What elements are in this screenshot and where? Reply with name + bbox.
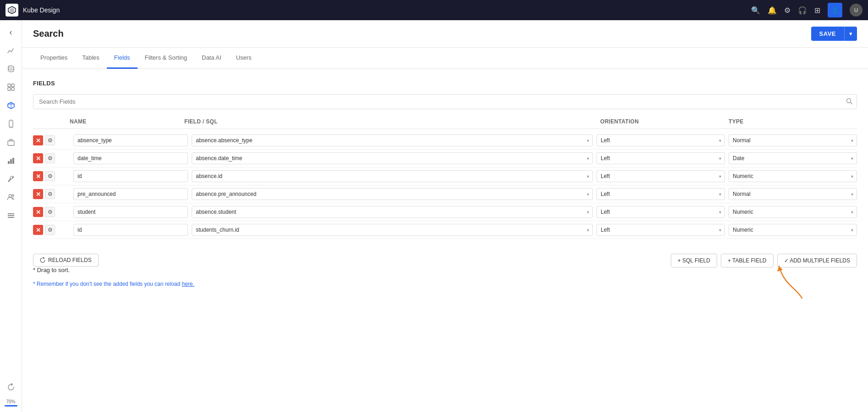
table-field-button[interactable]: + TABLE FIELD [721, 254, 774, 267]
sidebar-collapse[interactable]: ‹ [3, 24, 19, 40]
save-dropdown-button[interactable]: ▾ [844, 27, 857, 41]
orientation-cell-4: LeftCenterRight ▾ [597, 206, 725, 218]
field-sql-select-0[interactable]: absence.absence_type [192, 134, 593, 146]
sidebar-item-tools[interactable] [3, 171, 19, 187]
sidebar-item-chart2[interactable] [3, 152, 19, 169]
orientation-select-2[interactable]: LeftCenterRight [597, 170, 725, 182]
tab-data-ai[interactable]: Data AI [194, 48, 229, 69]
delete-field-button-5[interactable]: ✕ [33, 225, 43, 235]
fields-section-title: Fields [33, 80, 857, 87]
remember-text: * Remember if you don't see the added fi… [33, 281, 194, 287]
type-select-0[interactable]: NormalDateNumericBooleanText [729, 134, 857, 146]
reload-fields-button[interactable]: RELOAD FIELDS [33, 254, 99, 267]
bell-icon[interactable]: 🔔 [768, 6, 777, 15]
type-select-2[interactable]: NormalDateNumericBooleanText [729, 170, 857, 182]
sidebar-item-list[interactable] [3, 207, 19, 224]
type-select-5[interactable]: NormalDateNumericBooleanText [729, 224, 857, 236]
settings-field-button-1[interactable]: ⚙ [45, 153, 55, 163]
settings-icon[interactable]: ⚙ [784, 6, 791, 15]
fields-rows: ✕ ⚙ absence.absence_type ▾ LeftCenterRig… [33, 132, 857, 239]
app-logo[interactable] [6, 4, 18, 17]
svg-rect-14 [10, 159, 12, 164]
tab-tables[interactable]: Tables [75, 48, 107, 69]
delete-field-button-2[interactable]: ✕ [33, 171, 43, 181]
delete-field-button-0[interactable]: ✕ [33, 135, 43, 145]
sidebar-item-grid[interactable] [3, 79, 19, 95]
save-button[interactable]: SAVE [811, 27, 844, 41]
name-input-3[interactable] [73, 188, 188, 200]
name-input-1[interactable] [73, 152, 188, 164]
sql-field-button[interactable]: + SQL FIELD [671, 254, 717, 267]
svg-point-2 [8, 66, 14, 68]
grid-icon[interactable]: ⊞ [814, 6, 820, 15]
name-input-4[interactable] [73, 206, 188, 218]
settings-field-button-2[interactable]: ⚙ [45, 171, 55, 181]
name-cell-0 [73, 134, 188, 146]
headset-icon[interactable]: 🎧 [798, 6, 807, 15]
table-row: ✕ ⚙ students_churn.id ▾ LeftCenterRight … [33, 221, 857, 239]
sidebar-item-cube[interactable] [3, 97, 19, 114]
table-row: ✕ ⚙ absence.date_time ▾ LeftCenterRight … [33, 150, 857, 167]
type-select-1[interactable]: NormalDateNumericBooleanText [729, 152, 857, 164]
orientation-select-1[interactable]: LeftCenterRight [597, 152, 725, 164]
orientation-cell-5: LeftCenterRight ▾ [597, 224, 725, 236]
field-sql-select-1[interactable]: absence.date_time [192, 152, 593, 164]
type-select-3[interactable]: NormalDateNumericBooleanText [729, 188, 857, 200]
orientation-select-4[interactable]: LeftCenterRight [597, 206, 725, 218]
search-fields-input[interactable] [33, 94, 857, 109]
col-actions [33, 118, 70, 125]
add-multiple-fields-button[interactable]: ✓ ADD MULTIPLE FIELDS [777, 254, 857, 267]
delete-field-button-1[interactable]: ✕ [33, 153, 43, 163]
table-row: ✕ ⚙ absence.id ▾ LeftCenterRight ▾ Norma… [33, 167, 857, 185]
delete-field-button-4[interactable]: ✕ [33, 207, 43, 217]
settings-field-button-3[interactable]: ⚙ [45, 189, 55, 199]
col-field-sql: Field / SQL [184, 118, 600, 125]
name-input-0[interactable] [73, 134, 188, 146]
name-cell-1 [73, 152, 188, 164]
field-sql-select-2[interactable]: absence.id [192, 170, 593, 182]
field-sql-select-5[interactable]: students_churn.id [192, 224, 593, 236]
field-sql-select-3[interactable]: absence.pre_announced [192, 188, 593, 200]
field-sql-cell-1: absence.date_time ▾ [192, 152, 593, 164]
settings-field-button-4[interactable]: ⚙ [45, 207, 55, 217]
svg-rect-4 [11, 84, 14, 87]
orientation-select-3[interactable]: LeftCenterRight [597, 188, 725, 200]
settings-field-button-5[interactable]: ⚙ [45, 225, 55, 235]
type-select-4[interactable]: NormalDateNumericBooleanText [729, 206, 857, 218]
svg-rect-20 [8, 217, 14, 218]
sidebar-item-chart[interactable] [3, 42, 19, 59]
footer-left: RELOAD FIELDS * Drag to sort. * Remember… [33, 254, 194, 287]
type-cell-4: NormalDateNumericBooleanText ▾ [729, 206, 857, 218]
tab-fields[interactable]: Fields [107, 48, 138, 69]
delete-field-button-3[interactable]: ✕ [33, 189, 43, 199]
sidebar-item-briefcase[interactable] [3, 134, 19, 150]
tab-filters-sorting[interactable]: Filters & Sorting [138, 48, 194, 69]
search-submit-button[interactable] [846, 98, 852, 106]
page-header: Search SAVE ▾ [22, 20, 868, 48]
orientation-select-5[interactable]: LeftCenterRight [597, 224, 725, 236]
orientation-cell-2: LeftCenterRight ▾ [597, 170, 725, 182]
remember-link[interactable]: here. [182, 281, 194, 287]
sidebar-item-refresh[interactable] [3, 379, 19, 395]
name-input-5[interactable] [73, 224, 188, 236]
settings-field-button-0[interactable]: ⚙ [45, 135, 55, 145]
field-sql-select-4[interactable]: absence.student [192, 206, 593, 218]
name-input-2[interactable] [73, 170, 188, 182]
sidebar-item-people[interactable] [3, 189, 19, 206]
tab-properties[interactable]: Properties [33, 48, 75, 69]
user-avatar[interactable]: U [850, 4, 862, 17]
sidebar-item-phone[interactable] [3, 116, 19, 132]
svg-point-16 [9, 195, 11, 197]
table-row: ✕ ⚙ absence.student ▾ LeftCenterRight ▾ … [33, 203, 857, 221]
name-cell-3 [73, 188, 188, 200]
tab-users[interactable]: Users [229, 48, 259, 69]
orientation-select-0[interactable]: LeftCenterRight [597, 134, 725, 146]
fields-table-header: Name Field / SQL Orientation Type [33, 118, 857, 129]
sidebar-item-database[interactable] [3, 61, 19, 77]
svg-marker-1 [10, 8, 14, 13]
top-nav-left: Kube Design [6, 4, 60, 17]
search-icon[interactable]: 🔍 [751, 6, 760, 15]
table-row: ✕ ⚙ absence.absence_type ▾ LeftCenterRig… [33, 132, 857, 150]
page-title: Search [33, 28, 64, 39]
user-plus-icon[interactable]: 👤 [828, 3, 842, 17]
